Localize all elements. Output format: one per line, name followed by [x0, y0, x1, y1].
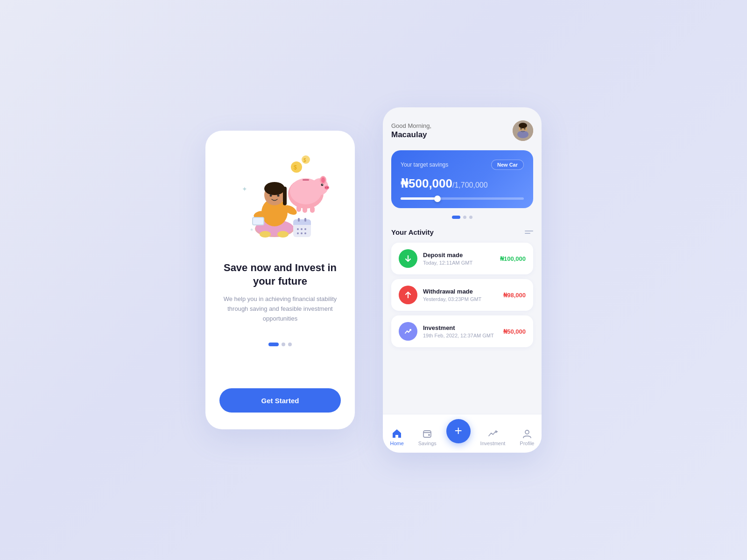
svg-point-29	[264, 182, 285, 195]
screens-container: ✦ ✦ ★ $ $	[205, 107, 542, 453]
activity-header: Your Activity	[391, 228, 533, 236]
get-started-button[interactable]: Get Started	[219, 388, 341, 413]
dot-3	[288, 343, 292, 346]
filter-icon[interactable]	[525, 231, 533, 234]
filter-line-2	[525, 233, 530, 234]
nav-profile[interactable]: Profile	[515, 428, 539, 446]
svg-text:✦: ✦	[242, 185, 247, 193]
withdrawal-date: Yesterday, 03:23PM GMT	[423, 296, 498, 302]
svg-rect-17	[303, 179, 309, 181]
nav-profile-label: Profile	[520, 441, 534, 446]
svg-rect-39	[304, 218, 306, 222]
nav-savings[interactable]: Savings	[414, 428, 441, 446]
greeting-text: Good Morning,	[391, 122, 431, 130]
nav-investment[interactable]: Investment	[476, 428, 510, 446]
card-dot-3	[469, 216, 472, 219]
svg-point-34	[277, 231, 289, 238]
withdrawal-info: Withdrawal made Yesterday, 03:23PM GMT	[423, 288, 498, 302]
svg-text:$: $	[303, 158, 306, 163]
svg-rect-37	[293, 223, 311, 225]
avatar[interactable]	[513, 120, 533, 141]
svg-rect-18	[296, 205, 301, 212]
svg-point-15	[325, 187, 326, 188]
onboarding-screen: ✦ ✦ ★ $ $	[205, 131, 355, 429]
svg-point-43	[297, 232, 299, 234]
savings-card: Your target savings New Car ₦500,000/1,7…	[391, 150, 533, 208]
svg-text:★: ★	[250, 227, 254, 232]
deposit-icon	[399, 249, 417, 268]
svg-point-48	[519, 123, 527, 128]
deposit-name: Deposit made	[423, 252, 494, 259]
nav-savings-label: Savings	[418, 441, 437, 446]
investment-info: Investment 19th Feb, 2022, 12:37AM GMT	[423, 324, 498, 338]
deposit-date: Today, 12:11AM GMT	[423, 260, 494, 266]
onboarding-dots	[268, 343, 292, 346]
svg-point-31	[270, 195, 272, 197]
deposit-info: Deposit made Today, 12:11AM GMT	[423, 252, 494, 266]
dot-2	[282, 343, 285, 346]
savings-amount-row: ₦500,000/1,700,000	[401, 176, 524, 191]
bottom-nav: Home Savings + Investment	[383, 414, 542, 453]
dashboard-screen: Good Morning, Macaulay	[383, 107, 542, 453]
svg-rect-52	[423, 431, 431, 437]
card-pagination-dots	[391, 216, 533, 219]
nav-add-button[interactable]: +	[446, 419, 471, 443]
new-car-badge: New Car	[491, 160, 524, 170]
filter-line-1	[525, 231, 533, 231]
savings-progress-track	[401, 197, 524, 200]
svg-point-51	[524, 128, 526, 130]
svg-rect-20	[310, 206, 315, 213]
onboarding-subtitle: We help you in achieving financial stabi…	[219, 294, 341, 323]
svg-point-13	[322, 184, 323, 185]
investment-name: Investment	[423, 324, 498, 331]
svg-point-41	[301, 228, 303, 230]
nav-home-label: Home	[390, 441, 403, 446]
svg-rect-19	[303, 206, 307, 213]
investment-amount: ₦50,000	[503, 328, 526, 335]
nav-home[interactable]: Home	[385, 428, 408, 446]
svg-point-42	[304, 228, 306, 230]
svg-point-14	[324, 186, 329, 189]
svg-text:$: $	[294, 164, 297, 171]
nav-investment-label: Investment	[480, 441, 506, 446]
svg-point-40	[297, 228, 299, 230]
svg-point-33	[260, 231, 271, 238]
activity-item-withdrawal[interactable]: Withdrawal made Yesterday, 03:23PM GMT ₦…	[391, 279, 533, 311]
deposit-amount: ₦100,000	[500, 255, 526, 262]
investment-date: 19th Feb, 2022, 12:37AM GMT	[423, 333, 498, 338]
svg-point-32	[277, 195, 280, 197]
svg-rect-27	[253, 218, 263, 224]
svg-point-12	[321, 184, 324, 186]
svg-rect-30	[283, 187, 287, 205]
withdrawal-amount: ₦98,000	[503, 292, 526, 299]
savings-total: /1,700,000	[452, 181, 488, 189]
activity-item-investment[interactable]: Investment 19th Feb, 2022, 12:37AM GMT ₦…	[391, 315, 533, 347]
savings-label: Your target savings	[401, 161, 448, 168]
onboarding-title: Save now and Invest in your future	[219, 261, 341, 288]
greeting-block: Good Morning, Macaulay	[391, 122, 431, 140]
activity-title: Your Activity	[391, 228, 434, 236]
savings-progress-fill	[401, 197, 437, 200]
dashboard-content: Good Morning, Macaulay	[383, 107, 542, 414]
svg-point-45	[304, 232, 306, 234]
card-dot-1	[452, 216, 460, 219]
svg-point-50	[521, 128, 522, 130]
card-dot-2	[463, 216, 466, 219]
svg-point-16	[327, 187, 328, 188]
svg-point-54	[525, 430, 529, 434]
dashboard-header: Good Morning, Macaulay	[391, 120, 533, 141]
dot-1	[268, 343, 279, 346]
svg-rect-38	[298, 218, 300, 222]
savings-card-header: Your target savings New Car	[401, 160, 524, 170]
illustration-area: ✦ ✦ ★ $ $	[224, 149, 336, 252]
svg-point-11	[321, 177, 325, 183]
withdrawal-icon	[399, 286, 417, 304]
svg-point-44	[301, 232, 303, 234]
savings-progress-thumb[interactable]	[434, 196, 441, 202]
greeting-name: Macaulay	[391, 130, 431, 140]
activity-item-deposit[interactable]: Deposit made Today, 12:11AM GMT ₦100,000	[391, 243, 533, 274]
investment-icon	[399, 322, 417, 341]
withdrawal-name: Withdrawal made	[423, 288, 498, 295]
savings-amount: ₦500,000/1,700,000	[401, 176, 488, 190]
savings-main-amount: ₦500,000	[401, 176, 452, 190]
